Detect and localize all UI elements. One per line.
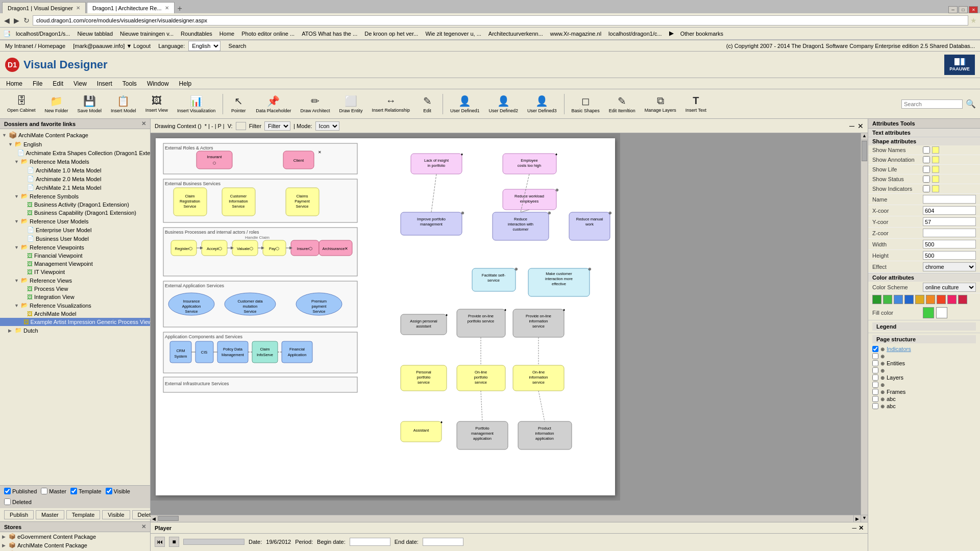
tool-insert-model[interactable]: 📋 Insert Model xyxy=(108,93,139,115)
bookmark-5[interactable]: Photo editor online ... xyxy=(239,30,297,37)
tool-new-folder[interactable]: 📁 New Folder xyxy=(42,93,71,115)
tree-item-ref-symbols[interactable]: ▼ 📂 Reference Symbols xyxy=(0,192,150,201)
tool-data-placeholder[interactable]: 📌 Data Placeholder xyxy=(253,93,294,115)
tab-1-close[interactable]: ✕ xyxy=(76,5,80,11)
maximize-btn[interactable]: □ xyxy=(959,6,968,13)
store-archimate[interactable]: ▶ 📦 ArchiMate Content Package xyxy=(0,541,150,549)
menu-view[interactable]: View xyxy=(71,80,89,88)
player-minimize[interactable]: ─ xyxy=(852,524,856,532)
bookmark-11[interactable]: localhost/dragon1/c... xyxy=(606,30,664,37)
left-panel-close[interactable]: ✕ xyxy=(141,120,146,127)
show-annotation-checkbox[interactable] xyxy=(923,156,930,163)
tab-2-close[interactable]: ✕ xyxy=(165,5,169,11)
struct-row6-checkbox[interactable] xyxy=(872,382,878,388)
tool-draw-entity[interactable]: ⬜ Draw Entity xyxy=(336,93,365,115)
tree-item-archimate20[interactable]: 📄 Archimate 2.0 Meta Model xyxy=(0,174,150,183)
player-begin-input[interactable] xyxy=(350,538,390,546)
tree-item-extra-shapes[interactable]: 📄 Archimate Extra Shapes Collection (Dra… xyxy=(0,148,150,157)
toolbar-search[interactable] xyxy=(901,99,963,109)
bookmark-star[interactable]: ★ xyxy=(970,16,977,24)
tree-item-ref-user[interactable]: ▼ 📂 Reference User Models xyxy=(0,217,150,226)
show-names-checkbox[interactable] xyxy=(923,146,930,154)
ycoor-input[interactable] xyxy=(923,217,976,226)
tree-item-dutch[interactable]: ▶ 📁 Dutch xyxy=(0,326,150,335)
tree-item-ref-meta[interactable]: ▼ 📂 Reference Meta Models xyxy=(0,157,150,166)
stores-panel-close[interactable]: ✕ xyxy=(141,523,146,530)
tool-insert-visualization[interactable]: 📊 Insert Visualization xyxy=(174,93,218,115)
checkbox-deleted[interactable]: Deleted xyxy=(4,498,32,505)
forward-button[interactable]: ▶ xyxy=(13,16,20,24)
visible-button[interactable]: Visible xyxy=(102,510,130,519)
tree-item-it[interactable]: 🖼 IT Viewpoint xyxy=(0,268,150,276)
tree-item-english[interactable]: ▼ 📂 English xyxy=(0,140,150,148)
bookmark-9[interactable]: Architectuurverkenn... xyxy=(486,30,545,37)
tree-item-archimate-pkg[interactable]: ▼ 📦 ArchiMate Content Package xyxy=(0,130,150,140)
effect-select[interactable]: chrome xyxy=(923,262,976,271)
tree-item-archimate10[interactable]: 📄 ArchiMate 1.0 Meta Model xyxy=(0,166,150,174)
swatch-1[interactable] xyxy=(883,295,892,304)
tool-draw-architect[interactable]: ✏ Draw Architect xyxy=(297,93,333,115)
tree-item-biz-user[interactable]: 📄 Business User Model xyxy=(0,234,150,243)
publish-button[interactable]: Publish xyxy=(4,510,34,519)
tree-item-biz-capability[interactable]: 🖼 Business Capability (Dragon1 Extension… xyxy=(0,209,150,217)
tab-1[interactable]: Dragon1 | Visual Designer ✕ xyxy=(2,2,86,13)
url-input[interactable] xyxy=(33,15,968,26)
show-indicators-checkbox[interactable] xyxy=(923,185,930,192)
color-attributes-title[interactable]: Color attributes xyxy=(868,273,980,282)
tool-pointer[interactable]: ↖ Pointer xyxy=(227,93,250,115)
close-btn[interactable]: ✕ xyxy=(969,6,978,13)
bookmark-6[interactable]: ATOS What has the ... xyxy=(300,30,359,37)
canvas-scroll[interactable]: External Roles & Actors Insurant ⬡ Clien… xyxy=(151,133,868,522)
tree-item-management[interactable]: 🖼 Management Viewpoint xyxy=(0,260,150,268)
tool-save-model[interactable]: 💾 Save Model xyxy=(75,93,105,115)
refresh-button[interactable]: ↻ xyxy=(22,16,31,24)
checkbox-published[interactable]: Published xyxy=(4,488,37,494)
struct-indicators-checkbox[interactable] xyxy=(872,346,878,352)
checkbox-visible[interactable]: Visible xyxy=(106,488,130,494)
bookmark-4[interactable]: Home xyxy=(217,30,236,37)
bookmark-10[interactable]: www.Xr-magazine.nl xyxy=(548,30,603,37)
color-scheme-select[interactable]: online culture xyxy=(923,283,976,292)
language-select[interactable]: English xyxy=(188,41,220,51)
page-structure-title[interactable]: Page structure xyxy=(872,335,976,343)
panel-minimize-icon[interactable]: ─ xyxy=(849,122,854,130)
v-scrollbar[interactable]: ▲ ▼ xyxy=(861,133,868,522)
swatch-5[interactable] xyxy=(926,295,935,304)
swatch-8[interactable] xyxy=(958,295,967,304)
legend-title[interactable]: Legend xyxy=(872,322,976,331)
panel-close-icon[interactable]: ✕ xyxy=(857,122,864,130)
show-status-checkbox[interactable] xyxy=(923,176,930,183)
zcoor-input[interactable] xyxy=(923,229,976,237)
tool-manage-layers[interactable]: ⧉ Manage Layers xyxy=(642,93,679,115)
fill-color-swatch[interactable] xyxy=(923,307,934,318)
bookmark-12[interactable]: ▶ xyxy=(667,30,675,37)
toolbar-search-icon[interactable]: 🔍 xyxy=(966,99,976,109)
bookmark-7[interactable]: De kroon op het ver... xyxy=(362,30,420,37)
master-button[interactable]: Master xyxy=(36,510,64,519)
player-rewind[interactable]: ⏮ xyxy=(155,537,165,547)
back-button[interactable]: ◀ xyxy=(3,16,11,24)
tool-user-defined1[interactable]: 👤 User Defined1 xyxy=(447,93,483,115)
struct-frames-checkbox[interactable] xyxy=(872,389,878,395)
show-life-checkbox[interactable] xyxy=(923,166,930,173)
tree-item-ref-viewpoints[interactable]: ▼ 📂 Reference Viewpoints xyxy=(0,243,150,252)
tool-insert-text[interactable]: T Insert Text xyxy=(682,93,709,115)
player-close[interactable]: ✕ xyxy=(859,524,864,532)
struct-row4-checkbox[interactable] xyxy=(872,367,878,373)
struct-entities-checkbox[interactable] xyxy=(872,360,878,366)
store-egovernment[interactable]: ▶ 📦 eGovernment Content Package xyxy=(0,532,150,541)
bookmark-1[interactable]: Nieuw tabblad xyxy=(75,30,115,37)
text-attributes-title[interactable]: Text attributes xyxy=(868,129,980,137)
struct-abc2-checkbox[interactable] xyxy=(872,403,878,409)
menu-file[interactable]: File xyxy=(31,80,44,88)
menu-help[interactable]: Help xyxy=(177,80,194,88)
swatch-4[interactable] xyxy=(915,295,924,304)
height-input[interactable] xyxy=(923,251,976,260)
tree-item-enterprise-user[interactable]: 📄 Enterprise User Model xyxy=(0,226,150,234)
checkbox-template[interactable]: Template xyxy=(70,488,102,494)
bookmark-0[interactable]: localhost/Dragon1/s... xyxy=(14,30,72,37)
struct-row2-checkbox[interactable] xyxy=(872,353,878,359)
minimize-btn[interactable]: ─ xyxy=(948,6,958,13)
tree-item-archimate-model[interactable]: 🖼 ArchiMate Model xyxy=(0,310,150,318)
tree-item-example-artist[interactable]: 🖼 Example Artist Impression Generic Proc… xyxy=(0,318,150,326)
